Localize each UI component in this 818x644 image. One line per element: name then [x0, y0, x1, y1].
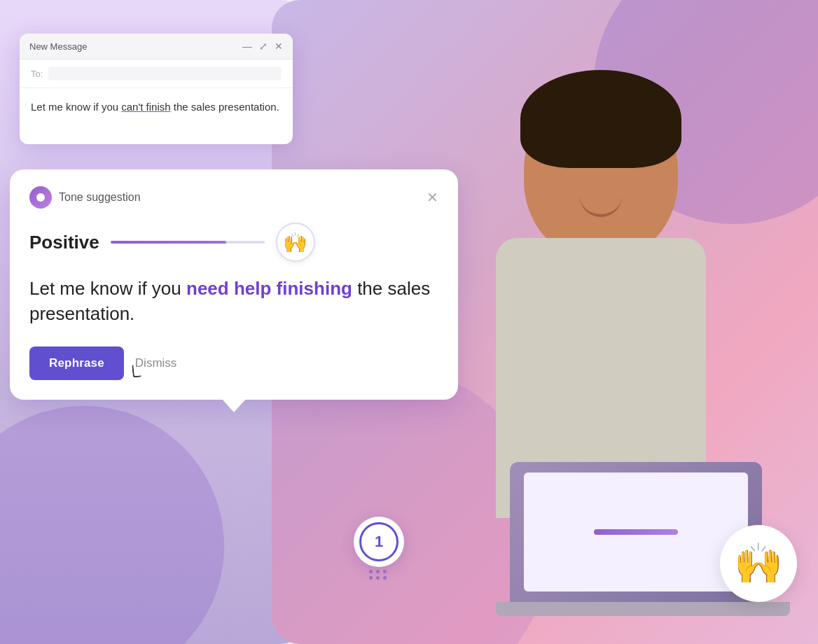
grid-dot-4 [369, 576, 373, 580]
cursor-shape [132, 364, 141, 377]
tone-close-button[interactable]: ✕ [427, 190, 438, 204]
window-title: New Message [29, 41, 87, 52]
message-text-after: the sales presentation. [171, 101, 279, 113]
grid-dot-6 [383, 576, 387, 580]
emoji-badge-bottom-right: 🙌 [720, 525, 797, 602]
emoji-badge-symbol: 🙌 [734, 540, 783, 587]
message-text-underlined: can't finish [121, 101, 170, 113]
laptop-base [496, 602, 790, 616]
laptop-screen-inner [524, 472, 748, 592]
notification-count: 1 [375, 533, 383, 551]
tone-header-left: Tone suggestion [29, 186, 141, 209]
tone-icon [29, 186, 52, 209]
tone-icon-dot [36, 193, 45, 202]
resize-button[interactable]: ⤢ [259, 41, 268, 52]
cursor [132, 365, 144, 380]
notification-badge[interactable]: 1 [354, 517, 404, 567]
suggestion-text-highlight: need help finishing [186, 278, 352, 299]
tone-label: Positive [29, 232, 99, 253]
rephrase-button[interactable]: Rephrase [29, 346, 124, 380]
tone-actions: Rephrase Dismiss [29, 346, 438, 380]
grid-dot-2 [376, 570, 380, 573]
grid-dot-5 [376, 576, 380, 580]
tone-meter-row: Positive 🙌 [29, 223, 438, 262]
tone-suggestion-header: Tone suggestion ✕ [29, 186, 438, 209]
tone-meter-fill [111, 241, 226, 244]
tone-emoji: 🙌 [276, 223, 315, 262]
minimize-button[interactable]: — [242, 41, 252, 52]
grid-dot-3 [383, 570, 387, 573]
grid-dot-1 [369, 570, 373, 573]
to-input[interactable] [48, 66, 282, 80]
window-titlebar: New Message — ⤢ ✕ [20, 34, 293, 59]
suggestion-text: Let me know if you need help finishing t… [29, 276, 438, 327]
message-text: Let me know if you can't finish the sale… [31, 99, 282, 115]
to-field-row: To: [20, 59, 293, 88]
new-message-window: New Message — ⤢ ✕ To: Let me know if you… [20, 34, 293, 144]
tone-emoji-symbol: 🙌 [283, 231, 307, 254]
message-text-before: Let me know if you [31, 101, 121, 113]
notification-inner: 1 [359, 522, 398, 561]
tone-meter-bar [111, 241, 265, 244]
grid-dots [369, 570, 387, 580]
suggestion-text-before: Let me know if you [29, 278, 186, 299]
tone-header-title: Tone suggestion [59, 191, 141, 204]
message-body: Let me know if you can't finish the sale… [20, 88, 293, 144]
laptop-progress-bar [594, 529, 678, 535]
window-controls: — ⤢ ✕ [242, 41, 283, 52]
close-button[interactable]: ✕ [275, 41, 283, 52]
person-hair [520, 70, 681, 168]
person-smile [580, 196, 622, 217]
to-label: To: [31, 69, 43, 79]
left-circle-decoration [0, 406, 224, 644]
tone-suggestion-card: Tone suggestion ✕ Positive 🙌 Let me know… [10, 169, 458, 400]
